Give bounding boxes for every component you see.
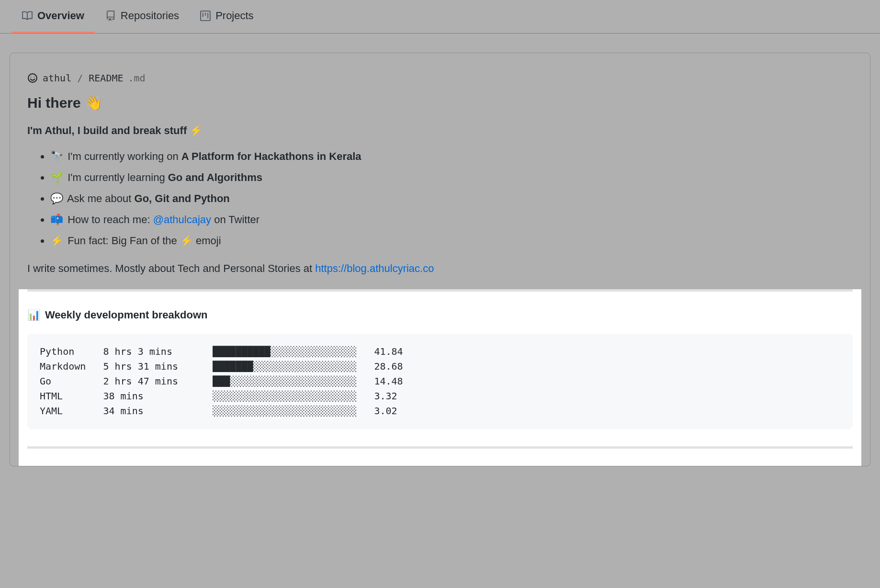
- list-item: 💬 Ask me about Go, Git and Python: [50, 191, 853, 207]
- bullet-prefix: Ask me about: [67, 192, 135, 204]
- weekly-code-block: Python 8 hrs 3 mins ██████████░░░░░░░░░░…: [27, 334, 853, 429]
- bar-chart-icon: 📊: [27, 309, 40, 321]
- path-separator: /: [77, 72, 83, 84]
- readme-subheading: I'm Athul, I build and break stuff ⚡: [27, 124, 853, 137]
- bullet-prefix: How to reach me:: [68, 214, 153, 226]
- blog-link[interactable]: https://blog.athulcyriac.co: [315, 262, 434, 274]
- readme-box: athul/README.md Hi there 👋 I'm Athul, I …: [10, 53, 870, 466]
- bullet-bold: A Platform for Hackathons in Kerala: [181, 150, 361, 162]
- list-item: 🔭 I'm currently working on A Platform fo…: [50, 148, 853, 165]
- bullet-prefix: I'm currently working on: [68, 150, 181, 162]
- bullet-prefix: Fun fact: Big Fan of the ⚡ emoji: [68, 235, 221, 247]
- blog-line: I write sometimes. Mostly about Tech and…: [27, 262, 853, 275]
- tab-projects[interactable]: Projects: [190, 0, 264, 33]
- readme-bullet-list: 🔭 I'm currently working on A Platform fo…: [27, 148, 853, 249]
- speech-icon: 💬: [50, 191, 65, 207]
- readme-heading: Hi there 👋: [27, 94, 853, 111]
- zap-icon: ⚡: [50, 233, 65, 249]
- seedling-icon: 🌱: [50, 170, 65, 186]
- mailbox-icon: 📫: [50, 212, 65, 228]
- svg-point-0: [28, 74, 37, 82]
- tab-repositories-label: Repositories: [121, 10, 179, 22]
- weekly-title: 📊 Weekly development breakdown: [27, 309, 853, 321]
- smiley-icon: [27, 73, 38, 83]
- list-item: 📫 How to reach me: @athulcajay on Twitte…: [50, 212, 853, 228]
- readme-ext: .md: [128, 72, 146, 84]
- weekly-title-text: Weekly development breakdown: [45, 309, 207, 321]
- bullet-bold: Go, Git and Python: [135, 192, 230, 204]
- tab-repositories[interactable]: Repositories: [95, 0, 190, 33]
- tab-overview-label: Overview: [37, 10, 84, 22]
- book-icon: [22, 11, 33, 21]
- repo-icon: [105, 11, 116, 21]
- bullet-prefix: I'm currently learning: [68, 171, 168, 183]
- divider: [27, 289, 853, 292]
- project-icon: [200, 11, 211, 21]
- svg-point-1: [31, 77, 32, 78]
- weekly-breakdown-section: 📊 Weekly development breakdown Python 8 …: [19, 289, 861, 466]
- blog-prefix: I write sometimes. Mostly about Tech and…: [27, 262, 315, 274]
- telescope-icon: 🔭: [50, 148, 65, 165]
- readme-path: athul/README.md: [27, 72, 853, 84]
- tab-overview[interactable]: Overview: [11, 0, 95, 33]
- svg-point-2: [34, 77, 35, 78]
- profile-tab-nav: Overview Repositories Projects: [0, 0, 880, 34]
- readme-username: athul: [43, 72, 71, 84]
- tab-projects-label: Projects: [215, 10, 253, 22]
- readme-filename: README: [89, 72, 123, 84]
- bullet-suffix: on Twitter: [211, 214, 259, 226]
- list-item: 🌱 I'm currently learning Go and Algorith…: [50, 170, 853, 186]
- divider: [27, 446, 853, 449]
- list-item: ⚡ Fun fact: Big Fan of the ⚡ emoji: [50, 233, 853, 249]
- twitter-link[interactable]: @athulcajay: [153, 214, 211, 226]
- bullet-bold: Go and Algorithms: [168, 171, 262, 183]
